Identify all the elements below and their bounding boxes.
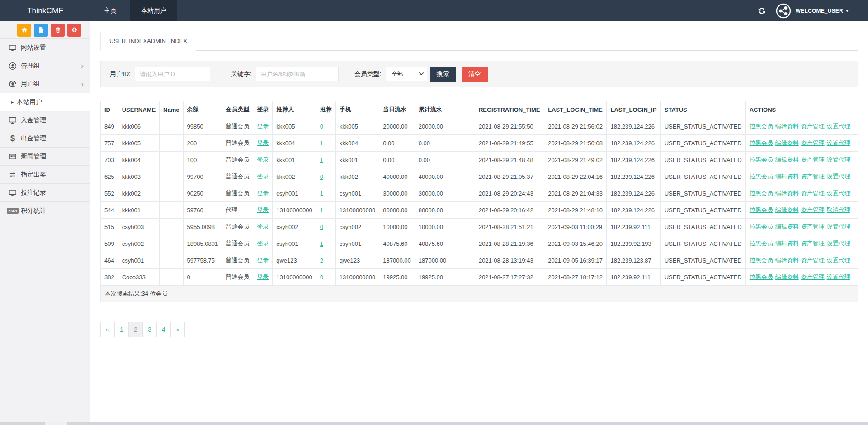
nav-tab-home[interactable]: 主页	[90, 0, 130, 21]
action-link[interactable]: 资产管理	[801, 123, 825, 129]
recommend-count-link[interactable]: 2	[320, 257, 323, 264]
login-link[interactable]: 登录	[257, 190, 269, 196]
sidebar-item-withdraw-mgmt[interactable]: $ 出金管理	[0, 129, 90, 147]
trash-icon[interactable]	[51, 24, 65, 37]
action-link[interactable]: 拉黑会员	[750, 223, 773, 230]
cell-balance: 597758.75	[183, 252, 222, 269]
pagination-next[interactable]: »	[170, 322, 185, 337]
user-id-input[interactable]	[135, 67, 210, 81]
tab-user-index[interactable]: USER_INDEXADMIN_INDEX	[100, 32, 196, 51]
action-link[interactable]: 拉黑会员	[750, 190, 773, 196]
member-type-select[interactable]: 全部	[386, 67, 427, 81]
action-link[interactable]: 编辑资料	[775, 190, 799, 196]
action-link[interactable]: 编辑资料	[775, 223, 799, 230]
file-icon[interactable]	[34, 24, 48, 37]
login-link[interactable]: 登录	[257, 257, 269, 263]
cell-login: 登录	[253, 219, 273, 235]
action-link[interactable]: 资产管理	[801, 223, 825, 230]
action-link[interactable]: 设置代理	[827, 156, 850, 163]
sidebar-item-assign-prize[interactable]: 指定出奖	[0, 165, 90, 183]
action-link[interactable]: 拉黑会员	[750, 257, 773, 263]
action-link[interactable]: 编辑资料	[775, 156, 799, 163]
login-link[interactable]: 登录	[257, 223, 269, 230]
login-link[interactable]: 登录	[257, 139, 269, 146]
action-link[interactable]: 资产管理	[801, 156, 825, 163]
recommend-count-link[interactable]: 0	[320, 173, 323, 180]
nav-tab-site-users[interactable]: 本站用户	[130, 0, 177, 21]
visa-icon: VISA	[8, 206, 17, 215]
action-link[interactable]: 拉黑会员	[750, 123, 773, 129]
sidebar-item-deposit-mgmt[interactable]: 入金管理	[0, 111, 90, 129]
action-link[interactable]: 资产管理	[801, 240, 825, 247]
pagination-page-1[interactable]: 1	[114, 322, 129, 337]
action-link[interactable]: 资产管理	[801, 173, 825, 180]
action-link[interactable]: 拉黑会员	[750, 173, 773, 180]
action-link[interactable]: 拉黑会员	[750, 273, 773, 280]
action-link[interactable]: 设置代理	[827, 273, 850, 280]
action-link[interactable]: 拉黑会员	[750, 156, 773, 163]
recommend-count-link[interactable]: 1	[320, 207, 323, 214]
home-icon[interactable]	[17, 24, 31, 37]
action-link[interactable]: 设置代理	[827, 190, 850, 196]
action-link[interactable]: 设置代理	[827, 257, 850, 263]
recommend-count-link[interactable]: 1	[320, 140, 323, 147]
action-link[interactable]: 编辑资料	[775, 273, 799, 280]
action-link[interactable]: 拉黑会员	[750, 240, 773, 247]
welcome-user-menu[interactable]: WELCOME_USER▼	[796, 8, 849, 14]
cell-registration-time: 2021-08-29 20:16:42	[475, 202, 544, 219]
action-link[interactable]: 拉黑会员	[750, 139, 773, 146]
recommend-count-link[interactable]: 0	[320, 274, 323, 281]
sidebar-item-site-users[interactable]: ▸ 本站用户	[0, 93, 90, 111]
login-link[interactable]: 登录	[257, 273, 269, 280]
action-link[interactable]: 资产管理	[801, 206, 825, 213]
sidebar-item-admin-group[interactable]: 管理组 ›	[0, 57, 90, 75]
login-link[interactable]: 登录	[257, 173, 269, 180]
recommend-count-link[interactable]: 0	[320, 224, 323, 230]
action-link[interactable]: 设置代理	[827, 240, 850, 247]
action-link[interactable]: 设置代理	[827, 139, 850, 146]
action-link[interactable]: 拉黑会员	[750, 206, 773, 213]
action-link[interactable]: 资产管理	[801, 257, 825, 263]
action-link[interactable]: 编辑资料	[775, 173, 799, 180]
search-button[interactable]: 搜索	[430, 67, 456, 82]
pagination-page-3[interactable]: 3	[142, 322, 157, 337]
login-link[interactable]: 登录	[257, 206, 269, 213]
recommend-count-link[interactable]: 1	[320, 240, 323, 247]
scrollbar-thumb[interactable]	[45, 422, 67, 425]
sidebar-item-user-group[interactable]: 用户组 ›	[0, 75, 90, 93]
user-avatar[interactable]	[776, 3, 791, 19]
cell-phone: kkk005	[335, 118, 379, 135]
recommend-count-link[interactable]: 1	[320, 157, 323, 163]
action-link[interactable]: 取消代理	[827, 206, 850, 213]
action-link[interactable]: 编辑资料	[775, 240, 799, 247]
sidebar-item-label: 出金管理	[21, 134, 46, 143]
recommend-count-link[interactable]: 1	[320, 190, 323, 197]
sidebar-item-site-settings[interactable]: 网站设置	[0, 38, 90, 57]
login-link[interactable]: 登录	[257, 240, 269, 247]
pagination-page-4[interactable]: 4	[156, 322, 171, 337]
recommend-count-link[interactable]: 0	[320, 123, 323, 130]
action-link[interactable]: 资产管理	[801, 139, 825, 146]
clear-button[interactable]: 清空	[462, 67, 488, 82]
keyword-input[interactable]	[256, 67, 339, 81]
recycle-icon[interactable]: ♻	[67, 24, 81, 37]
sidebar-item-news-mgmt[interactable]: 新闻管理	[0, 147, 90, 165]
pagination-prev[interactable]: «	[100, 322, 115, 337]
login-link[interactable]: 登录	[257, 123, 269, 129]
action-link[interactable]: 设置代理	[827, 173, 850, 180]
action-link[interactable]: 编辑资料	[775, 257, 799, 263]
cell-actions: 拉黑会员编辑资料资产管理设置代理	[745, 168, 858, 185]
action-link[interactable]: 编辑资料	[775, 139, 799, 146]
action-link[interactable]: 编辑资料	[775, 206, 799, 213]
horizontal-scrollbar[interactable]	[0, 422, 868, 425]
action-link[interactable]: 设置代理	[827, 123, 850, 129]
action-link[interactable]: 资产管理	[801, 273, 825, 280]
sidebar-item-points-stats[interactable]: VISA 积分统计	[0, 201, 90, 220]
sidebar-item-bet-records[interactable]: 投注记录	[0, 183, 90, 201]
refresh-icon[interactable]	[758, 7, 766, 15]
action-link[interactable]: 编辑资料	[775, 123, 799, 129]
pagination-page-2[interactable]: 2	[128, 322, 143, 337]
action-link[interactable]: 资产管理	[801, 190, 825, 196]
action-link[interactable]: 设置代理	[827, 223, 850, 230]
login-link[interactable]: 登录	[257, 156, 269, 163]
